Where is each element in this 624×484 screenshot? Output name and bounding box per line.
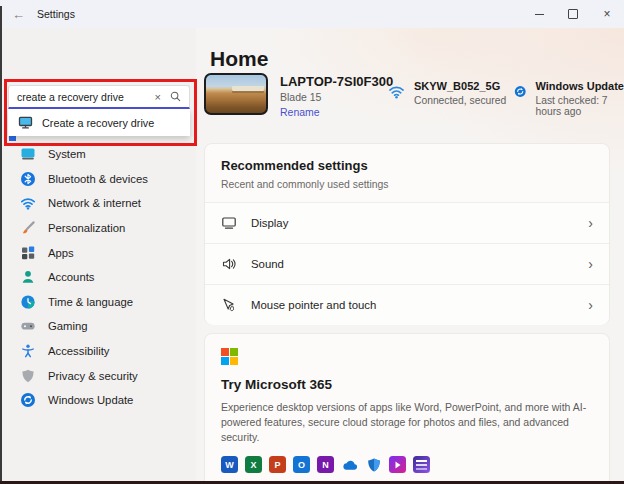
minimize-icon (535, 14, 544, 15)
clock-globe-icon (20, 294, 36, 310)
sidebar-item-accessibility[interactable]: Accessibility (0, 339, 196, 364)
wifi-ssid: SKYW_B052_5G (414, 80, 506, 92)
onenote-icon: N (317, 456, 334, 473)
apps-grid-icon (20, 245, 36, 261)
bluetooth-icon (20, 171, 36, 187)
gamepad-icon (20, 318, 36, 334)
update-status: Last checked: 7 hours ago (535, 95, 624, 117)
window-controls: × (522, 0, 624, 28)
window-title: Settings (37, 8, 75, 20)
sidebar-item-time-language[interactable]: Time & language (0, 290, 196, 315)
search-input[interactable] (9, 91, 148, 103)
defender-icon (365, 456, 382, 473)
sidebar-item-accounts[interactable]: Accounts (0, 265, 196, 290)
powerpoint-icon: P (269, 456, 286, 473)
sidebar-item-label: Privacy & security (48, 370, 138, 382)
partially-hidden-sidebar-icon (9, 136, 16, 141)
sidebar-item-label: Gaming (48, 320, 88, 332)
sidebar-item-apps[interactable]: Apps (0, 240, 196, 265)
microsoft-logo (221, 348, 593, 365)
sidebar-item-system[interactable]: System (0, 142, 196, 167)
row-mouse-pointer-touch[interactable]: Mouse pointer and touch › (205, 284, 609, 325)
sidebar-item-label: Windows Update (48, 394, 133, 406)
onedrive-icon (341, 456, 358, 473)
recommended-header: Recommended settings Recent and commonly… (205, 144, 609, 190)
screenshot-left-border (0, 6, 2, 484)
network-status-group[interactable]: SKYW_B052_5G Connected, secured (388, 80, 506, 106)
minimize-button[interactable] (522, 0, 556, 28)
page-title: Home (210, 47, 268, 71)
system-icon (20, 146, 36, 162)
device-info: LAPTOP-7SI0F300 Blade 15 Rename (280, 74, 393, 118)
device-name: LAPTOP-7SI0F300 (280, 74, 393, 89)
microsoft-365-card: Try Microsoft 365 Experience desktop ver… (204, 333, 610, 484)
chevron-right-icon: › (588, 297, 593, 313)
wifi-icon (388, 83, 405, 100)
brush-icon (20, 220, 36, 236)
chevron-right-icon: › (588, 256, 593, 272)
recommended-rows: Display › Sound › Mouse pointer and touc… (205, 202, 609, 325)
sidebar-item-label: Time & language (48, 296, 133, 308)
person-icon (20, 269, 36, 285)
title-bar: ← Settings × (0, 0, 624, 28)
device-thumbnail (204, 73, 268, 115)
clipchamp-icon (389, 456, 406, 473)
windows-update-icon (514, 83, 526, 100)
sidebar-item-network[interactable]: Network & internet (0, 191, 196, 216)
main-content: Home LAPTOP-7SI0F300 Blade 15 Rename SKY… (196, 28, 624, 484)
row-display[interactable]: Display › (205, 202, 609, 243)
settings-search-box: × (8, 85, 190, 109)
shield-icon (20, 368, 36, 384)
m365-title: Try Microsoft 365 (221, 377, 593, 392)
sound-icon (221, 256, 237, 272)
row-label: Mouse pointer and touch (251, 299, 376, 311)
sidebar-item-label: System (48, 148, 86, 160)
row-label: Sound (251, 258, 284, 270)
rename-link[interactable]: Rename (280, 106, 393, 118)
recovery-drive-icon (18, 115, 33, 130)
sidebar-item-label: Apps (48, 247, 74, 259)
close-button[interactable]: × (590, 0, 624, 28)
sidebar-item-label: Bluetooth & devices (48, 173, 148, 185)
wifi-icon (20, 195, 36, 211)
windows-update-group[interactable]: Windows Update Last checked: 7 hours ago (514, 80, 624, 117)
designer-icon (413, 456, 430, 473)
sidebar-item-label: Personalization (48, 222, 125, 234)
sidebar-item-personalization[interactable]: Personalization (0, 216, 196, 241)
wifi-status: Connected, secured (414, 95, 506, 106)
row-label: Display (251, 217, 288, 229)
row-sound[interactable]: Sound › (205, 243, 609, 284)
excel-icon: X (245, 456, 262, 473)
sidebar-item-label: Accounts (48, 271, 94, 283)
suggestion-label: Create a recovery drive (42, 117, 154, 129)
update-icon (20, 392, 36, 408)
maximize-button[interactable] (556, 0, 590, 28)
word-icon: W (221, 456, 238, 473)
search-icon[interactable] (168, 91, 189, 102)
device-model: Blade 15 (280, 91, 393, 103)
sidebar-item-bluetooth[interactable]: Bluetooth & devices (0, 167, 196, 192)
m365-app-icons: W X P O N (221, 456, 593, 473)
recommended-settings-card: Recommended settings Recent and commonly… (204, 143, 610, 325)
sidebar-item-label: Accessibility (48, 345, 110, 357)
display-icon (221, 215, 237, 231)
sidebar-item-gaming[interactable]: Gaming (0, 314, 196, 339)
sidebar-item-privacy[interactable]: Privacy & security (0, 363, 196, 388)
recommended-title: Recommended settings (221, 158, 593, 173)
sidebar-item-windows-update[interactable]: Windows Update (0, 388, 196, 413)
sidebar-item-label: Network & internet (48, 197, 141, 209)
chevron-right-icon: › (588, 215, 593, 231)
update-title: Windows Update (535, 80, 624, 92)
back-button[interactable]: ← (12, 8, 25, 21)
clear-search-icon[interactable]: × (148, 91, 168, 103)
mouse-pointer-touch-icon (221, 297, 237, 313)
recommended-subtitle: Recent and commonly used settings (221, 179, 593, 190)
sidebar-nav: System Bluetooth & devices Network & int… (0, 142, 196, 413)
outlook-icon: O (293, 456, 310, 473)
maximize-icon (568, 9, 578, 19)
search-suggestion-create-recovery-drive[interactable]: Create a recovery drive (8, 109, 190, 136)
accessibility-person-icon (20, 343, 36, 359)
settings-window: ← Settings × System Bluetooth & devices … (0, 0, 624, 484)
m365-description: Experience desktop versions of apps like… (221, 400, 593, 446)
